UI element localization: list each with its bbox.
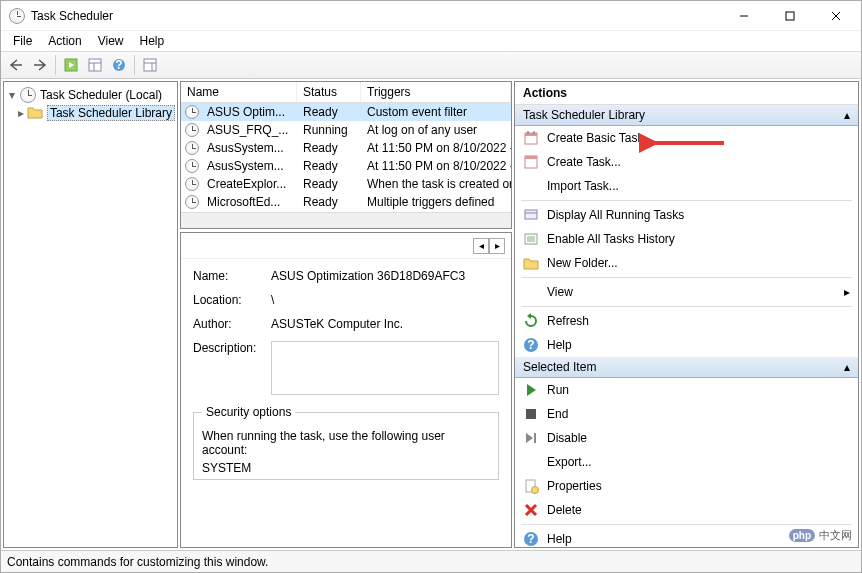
pager-prev-button[interactable]: ◂	[473, 238, 489, 254]
security-legend: Security options	[202, 405, 295, 419]
tree-library[interactable]: ▸ Task Scheduler Library	[4, 104, 177, 122]
action-help[interactable]: ? Help	[515, 333, 858, 357]
table-row[interactable]: MicrosoftEd... Ready Multiple triggers d…	[181, 193, 511, 211]
statusbar: Contains commands for customizing this w…	[1, 550, 861, 572]
column-triggers[interactable]: Triggers	[361, 82, 511, 102]
cell-triggers: At 11:50 PM on 8/10/2022 - A	[361, 140, 511, 156]
toolbar-details-icon[interactable]	[84, 54, 106, 76]
section-library-header[interactable]: Task Scheduler Library ▴	[515, 105, 858, 126]
cell-triggers: When the task is created or n	[361, 176, 511, 192]
action-display-all-running-tasks[interactable]: Display All Running Tasks	[515, 203, 858, 227]
expand-icon[interactable]: ▸	[18, 106, 25, 120]
menu-file[interactable]: File	[5, 32, 40, 50]
separator	[521, 524, 852, 525]
toolbar-panel-icon[interactable]	[139, 54, 161, 76]
action-refresh[interactable]: Refresh	[515, 309, 858, 333]
toolbar-run-icon[interactable]	[60, 54, 82, 76]
action-label: Properties	[547, 479, 602, 493]
security-text: When running the task, use the following…	[202, 429, 490, 457]
maximize-button[interactable]	[767, 1, 813, 31]
tree-panel: ▾ Task Scheduler (Local) ▸ Task Schedule…	[3, 81, 178, 548]
task-icon	[185, 177, 199, 191]
titlebar: Task Scheduler	[1, 1, 861, 31]
cell-triggers: At 11:50 PM on 8/10/2022 - A	[361, 158, 511, 174]
section-library-label: Task Scheduler Library	[523, 108, 645, 122]
detail-location-label: Location:	[193, 293, 271, 307]
action-view[interactable]: View▸	[515, 280, 858, 304]
cell-triggers: Multiple triggers defined	[361, 194, 511, 210]
cell-triggers: Custom event filter	[361, 104, 511, 120]
forward-button[interactable]	[29, 54, 51, 76]
action-label: Disable	[547, 431, 587, 445]
minimize-button[interactable]	[721, 1, 767, 31]
cell-status: Ready	[297, 158, 361, 174]
run-icon	[523, 382, 539, 398]
cell-name: ASUS Optim...	[201, 104, 297, 120]
menu-view[interactable]: View	[90, 32, 132, 50]
table-row[interactable]: CreateExplor... Ready When the task is c…	[181, 175, 511, 193]
task-icon	[523, 154, 539, 170]
scheduler-icon	[20, 87, 36, 103]
table-row[interactable]: AsusSystem... Ready At 11:50 PM on 8/10/…	[181, 139, 511, 157]
details-body: Name: ASUS Optimization 36D18D69AFC3 Loc…	[181, 259, 511, 547]
action-properties[interactable]: Properties	[515, 474, 858, 498]
menu-help[interactable]: Help	[132, 32, 173, 50]
action-create-task[interactable]: Create Task...	[515, 150, 858, 174]
action-label: Help	[547, 338, 572, 352]
action-label: Import Task...	[547, 179, 619, 193]
action-end[interactable]: End	[515, 402, 858, 426]
blank-icon	[523, 284, 539, 300]
actions-panel: Actions Task Scheduler Library ▴ Create …	[514, 81, 859, 548]
pager-next-button[interactable]: ▸	[489, 238, 505, 254]
table-row[interactable]: ASUS Optim... Ready Custom event filter	[181, 103, 511, 121]
action-label: Enable All Tasks History	[547, 232, 675, 246]
action-enable-all-tasks-history[interactable]: Enable All Tasks History	[515, 227, 858, 251]
task-icon	[185, 123, 199, 137]
cell-status: Ready	[297, 194, 361, 210]
menu-action[interactable]: Action	[40, 32, 89, 50]
toolbar-separator	[134, 55, 135, 75]
tree-root[interactable]: ▾ Task Scheduler (Local)	[4, 86, 177, 104]
detail-author-value: ASUSTeK Computer Inc.	[271, 317, 499, 331]
column-status[interactable]: Status	[297, 82, 361, 102]
action-label: Delete	[547, 503, 582, 517]
toolbar-help-icon[interactable]: ?	[108, 54, 130, 76]
cell-status: Ready	[297, 176, 361, 192]
action-delete[interactable]: Delete	[515, 498, 858, 522]
refresh-icon	[523, 313, 539, 329]
detail-location-value: \	[271, 293, 499, 307]
svg-text:?: ?	[527, 338, 534, 352]
action-new-folder[interactable]: New Folder...	[515, 251, 858, 275]
action-disable[interactable]: Disable	[515, 426, 858, 450]
svg-rect-27	[526, 409, 536, 419]
table-row[interactable]: AsusSystem... Ready At 11:50 PM on 8/10/…	[181, 157, 511, 175]
action-export[interactable]: Export...	[515, 450, 858, 474]
svg-rect-10	[144, 59, 156, 71]
cell-name: ASUS_FRQ_...	[201, 122, 297, 138]
cell-name: AsusSystem...	[201, 158, 297, 174]
end-icon	[523, 406, 539, 422]
task-list: Name Status Triggers ASUS Optim... Ready…	[180, 81, 512, 229]
blank-icon	[523, 454, 539, 470]
close-button[interactable]	[813, 1, 859, 31]
column-name[interactable]: Name	[181, 82, 297, 102]
action-run[interactable]: Run	[515, 378, 858, 402]
toolbar-separator	[55, 55, 56, 75]
section-selected-header[interactable]: Selected Item ▴	[515, 357, 858, 378]
action-create-basic-task[interactable]: Create Basic Task...	[515, 126, 858, 150]
action-help[interactable]: ? Help	[515, 527, 858, 551]
folder-icon	[27, 105, 43, 121]
horizontal-scrollbar[interactable]	[181, 212, 511, 228]
svg-rect-14	[525, 133, 537, 136]
history-icon	[523, 231, 539, 247]
action-label: New Folder...	[547, 256, 618, 270]
detail-description-box[interactable]	[271, 341, 499, 395]
action-import-task[interactable]: Import Task...	[515, 174, 858, 198]
task-icon	[185, 159, 199, 173]
table-row[interactable]: ASUS_FRQ_... Running At log on of any us…	[181, 121, 511, 139]
back-button[interactable]	[5, 54, 27, 76]
svg-rect-19	[525, 210, 537, 219]
collapse-icon[interactable]: ▾	[6, 88, 18, 102]
svg-rect-18	[525, 156, 537, 159]
action-label: View	[547, 285, 573, 299]
